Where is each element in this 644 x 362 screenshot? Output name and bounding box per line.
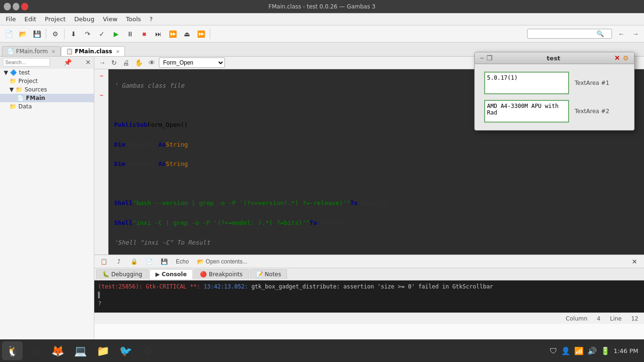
float-row-1: 5.0.17(1) TextArea #1 — [484, 72, 625, 94]
step-over-button[interactable]: ↷ — [81, 27, 94, 41]
btab-debugging[interactable]: 🐛 Debugging — [96, 269, 149, 279]
line-marker-3: − — [97, 91, 105, 101]
eject-button[interactable]: ⏏ — [180, 27, 193, 41]
title-bar: FMain.class - test 0.0.26 — Gambas 3 — [0, 0, 644, 13]
tree-label-test: test — [19, 69, 30, 76]
settings-button[interactable]: ⚙ — [49, 27, 62, 41]
editor-nav-forward[interactable]: → — [97, 58, 107, 67]
check-button[interactable]: ✓ — [95, 27, 108, 41]
wifi-icon[interactable]: 📶 — [574, 346, 584, 355]
pause-button[interactable]: ⏸ — [124, 27, 137, 41]
run-button[interactable]: ▶ — [109, 27, 123, 41]
taskbar-folder-icon[interactable]: 📁 — [92, 341, 113, 360]
volume-icon[interactable]: 🔊 — [587, 346, 597, 355]
taskbar-thunderbird-icon[interactable]: 🐦 — [115, 341, 136, 360]
editor-cycle-button[interactable]: ↻ — [109, 58, 119, 67]
tab-fmain-class[interactable]: 📋 FMain.class ✕ — [61, 46, 125, 56]
sidebar-close-button[interactable]: ✕ — [85, 58, 91, 66]
btab-notes[interactable]: 📝 Notes — [250, 269, 288, 279]
taskbar-settings-icon[interactable]: ⚙ — [138, 341, 158, 360]
float-label-1: TextArea #1 — [575, 80, 609, 86]
float-textarea-1[interactable]: 5.0.17(1) — [484, 72, 569, 94]
line-marker-5 — [97, 110, 105, 120]
battery-icon[interactable]: 🔋 — [601, 346, 610, 355]
bottom-toolbar: 📋 ⤴ 🔒 📄 💾 Echo 📂 Open contents... ✕ — [94, 255, 644, 268]
menu-view[interactable]: View — [99, 15, 121, 24]
menu-edit[interactable]: Edit — [21, 15, 40, 24]
shield-icon[interactable]: 🛡 — [550, 346, 557, 355]
search-box: 🔍 — [527, 29, 612, 39]
breakpoints-label: Breakpoints — [209, 271, 242, 278]
open-contents-button[interactable]: 📂 Open contents... — [194, 257, 250, 266]
menu-project[interactable]: Project — [41, 15, 69, 24]
step-into-button[interactable]: ⬇ — [67, 27, 80, 41]
debugging-icon: 🐛 — [102, 271, 109, 278]
save-button[interactable]: 💾 — [30, 27, 43, 41]
menu-tools[interactable]: Tools — [122, 15, 145, 24]
btab-console[interactable]: ▶ Console — [149, 269, 193, 279]
minimize-button[interactable] — [4, 3, 11, 10]
tree-label-data: Data — [18, 103, 32, 110]
line-label: Line — [610, 315, 622, 322]
tab-fmain-form-close[interactable]: ✕ — [51, 49, 55, 54]
skip-button[interactable]: ⏭ — [152, 27, 165, 41]
menu-debug[interactable]: Debug — [70, 15, 98, 24]
tab-fmain-form[interactable]: 📄 FMain.form ✕ — [2, 46, 61, 56]
line-markers: − − — [94, 69, 108, 255]
tab-fmain-class-close[interactable]: ✕ — [116, 49, 120, 54]
console-label: Console — [162, 271, 187, 278]
editor-eye-button[interactable]: 👁 — [147, 58, 157, 67]
tab-fmain-form-label: FMain.form — [16, 48, 48, 55]
tree-icon-test: 🔷 — [10, 69, 17, 76]
bottom-panel-close[interactable]: ✕ — [628, 255, 641, 268]
tree-item-test[interactable]: ▼ 🔷 test — [0, 68, 94, 77]
line-marker-7 — [97, 130, 105, 140]
float-row-2: AMD A4-3300M APU with Rad TextArea #2 — [484, 100, 625, 123]
event-selector[interactable]: Form_Open — [159, 58, 225, 68]
float-close[interactable]: ✕ — [613, 54, 621, 62]
editor-print-button[interactable]: 🖨 — [121, 58, 131, 67]
forward2-button[interactable]: ⏩ — [194, 27, 207, 41]
taskbar-linux-icon[interactable]: 🐧 — [2, 341, 23, 360]
tree-label-project: Project — [18, 78, 38, 84]
line-marker-12 — [97, 179, 105, 189]
float-body: 5.0.17(1) TextArea #1 AMD A4-3300M APU w… — [475, 64, 634, 130]
nav-back-button[interactable]: ← — [615, 27, 628, 41]
maximize-button[interactable] — [13, 3, 20, 10]
btab-breakpoints[interactable]: 🔴 Breakpoints — [194, 269, 248, 279]
new-button[interactable]: 📄 — [2, 27, 15, 41]
fast-forward-button[interactable]: ⏩ — [166, 27, 179, 41]
bt-icon1[interactable]: 📋 — [97, 255, 110, 268]
stop-button[interactable]: ■ — [138, 27, 151, 41]
search-input[interactable] — [530, 31, 596, 37]
taskbar-firefox-icon[interactable]: 🦊 — [47, 341, 68, 360]
float-restore[interactable]: ❐ — [485, 54, 494, 62]
taskbar-terminal-icon[interactable]: 💻 — [70, 341, 91, 360]
tree-item-fmain[interactable]: 📄 FMain — [0, 94, 94, 102]
nav-forward-button[interactable]: → — [629, 27, 642, 41]
taskbar-files-icon[interactable]: 🗂 — [25, 341, 45, 360]
echo-button[interactable]: Echo — [173, 257, 192, 266]
float-minimize[interactable]: − — [479, 54, 485, 62]
tree-item-data[interactable]: 📁 Data — [0, 102, 94, 111]
editor-stop-hand[interactable]: ✋ — [133, 58, 145, 67]
bt-icon3[interactable]: 🔒 — [127, 255, 140, 268]
menu-help[interactable]: ? — [146, 15, 157, 24]
float-textarea-2[interactable]: AMD A4-3300M APU with Rad — [484, 100, 569, 123]
bt-icon5[interactable]: 💾 — [157, 255, 171, 268]
bt-icon4[interactable]: 📄 — [142, 255, 156, 268]
close-button[interactable] — [21, 3, 28, 10]
tab-fmain-class-label: FMain.class — [75, 48, 112, 55]
console-cursor-line: ▌ — [98, 292, 101, 298]
sidebar: 📌 ✕ ▼ 🔷 test 📁 Project ▼ 📁 Sources — [0, 57, 94, 339]
menu-file[interactable]: File — [2, 15, 20, 24]
sidebar-search-input[interactable] — [3, 58, 50, 66]
bt-icon2[interactable]: ⤴ — [112, 255, 125, 268]
tree-item-sources[interactable]: ▼ 📁 Sources — [0, 85, 94, 94]
float-extra[interactable]: ⚙ — [621, 54, 630, 62]
tree-item-project[interactable]: 📁 Project — [0, 77, 94, 85]
sidebar-toggle-button[interactable]: 📌 — [64, 58, 72, 66]
user-icon[interactable]: 👤 — [561, 346, 570, 355]
tab-fmain-form-icon: 📄 — [7, 48, 14, 55]
open-button[interactable]: 📂 — [16, 27, 29, 41]
